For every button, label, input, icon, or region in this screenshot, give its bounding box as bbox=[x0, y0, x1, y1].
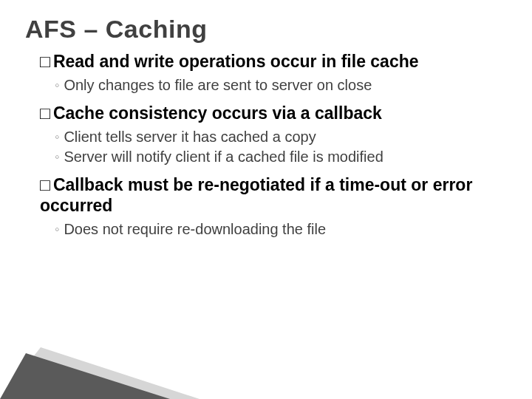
svg-marker-0 bbox=[0, 347, 200, 399]
sub-item: ◦Only changes to file are sent to server… bbox=[55, 75, 499, 95]
svg-marker-1 bbox=[0, 353, 170, 399]
sub-text: Client tells server it has cached a copy bbox=[64, 129, 316, 145]
sub-text: Only changes to file are sent to server … bbox=[64, 77, 372, 93]
sub-item: ◦Server will notify client if a cached f… bbox=[55, 147, 499, 167]
square-bullet-icon: □ bbox=[40, 103, 50, 124]
slide-body: □Read and write operations occur in file… bbox=[25, 51, 507, 239]
slide: AFS – Caching □Read and write operations… bbox=[0, 0, 532, 399]
decorative-wedge bbox=[0, 347, 200, 399]
bullet-3: □Callback must be re-negotiated if a tim… bbox=[40, 174, 499, 217]
bullet-3-text: Callback must be re-negotiated if a time… bbox=[40, 175, 472, 216]
bullet-2-subs: ◦Client tells server it has cached a cop… bbox=[55, 127, 499, 167]
bullet-1-subs: ◦Only changes to file are sent to server… bbox=[55, 75, 499, 95]
slide-title: AFS – Caching bbox=[25, 15, 507, 44]
ring-bullet-icon: ◦ bbox=[55, 128, 59, 146]
square-bullet-icon: □ bbox=[40, 174, 50, 196]
bullet-1: □Read and write operations occur in file… bbox=[40, 51, 499, 72]
ring-bullet-icon: ◦ bbox=[55, 148, 59, 166]
sub-text: Server will notify client if a cached fi… bbox=[64, 149, 383, 165]
ring-bullet-icon: ◦ bbox=[55, 220, 59, 238]
bullet-3-subs: ◦Does not require re-downloading the fil… bbox=[55, 219, 499, 239]
ring-bullet-icon: ◦ bbox=[55, 76, 59, 94]
sub-text: Does not require re-downloading the file bbox=[64, 221, 326, 237]
bullet-1-text: Read and write operations occur in file … bbox=[53, 52, 419, 71]
bullet-2-text: Cache consistency occurs via a callback bbox=[53, 103, 382, 123]
sub-item: ◦Client tells server it has cached a cop… bbox=[55, 127, 499, 147]
bullet-2: □Cache consistency occurs via a callback bbox=[40, 103, 499, 124]
sub-item: ◦Does not require re-downloading the fil… bbox=[55, 219, 499, 239]
square-bullet-icon: □ bbox=[40, 51, 50, 72]
